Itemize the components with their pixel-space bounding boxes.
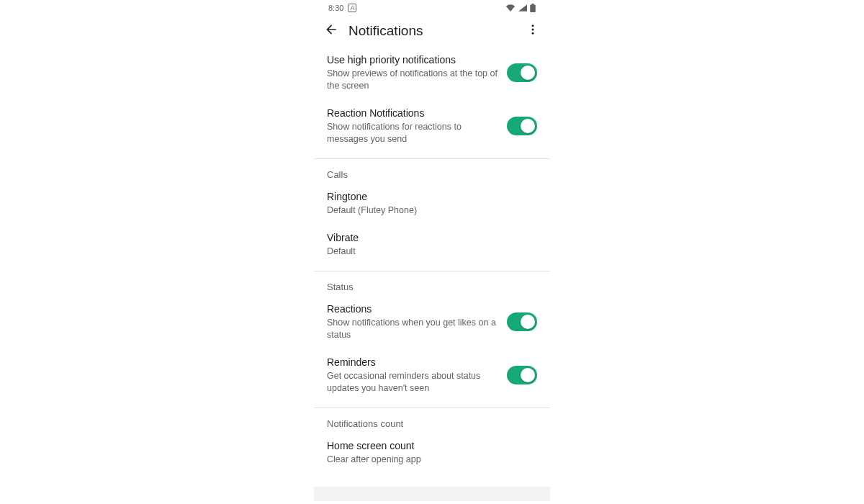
home-screen-count-sub: Clear after opening app xyxy=(327,454,531,466)
status-reminders-row[interactable]: Reminders Get occasional reminders about… xyxy=(314,348,550,402)
home-screen-count-title: Home screen count xyxy=(327,439,531,452)
section-header-calls: Calls xyxy=(314,159,550,183)
svg-point-1 xyxy=(532,29,534,31)
ringtone-row[interactable]: Ringtone Default (Flutey Phone) xyxy=(314,183,550,224)
reaction-notifications-title: Reaction Notifications xyxy=(327,107,501,120)
phone-frame: 8:30 A Notifications xyxy=(314,0,550,497)
settings-list[interactable]: Use high priority notifications Show pre… xyxy=(314,46,550,504)
vibrate-row[interactable]: Vibrate Default xyxy=(314,224,550,265)
status-time: 8:30 xyxy=(328,4,343,12)
high-priority-title: Use high priority notifications xyxy=(327,53,501,66)
svg-point-0 xyxy=(532,24,534,27)
status-reminders-title: Reminders xyxy=(327,356,501,369)
high-priority-row[interactable]: Use high priority notifications Show pre… xyxy=(314,46,550,99)
high-priority-sub: Show previews of notifications at the to… xyxy=(327,68,501,92)
back-button[interactable] xyxy=(320,19,343,42)
status-reactions-row[interactable]: Reactions Show notifications when you ge… xyxy=(314,295,550,348)
status-reactions-toggle[interactable] xyxy=(507,312,537,331)
page-title: Notifications xyxy=(348,23,521,39)
more-options-button[interactable] xyxy=(521,19,544,42)
bottom-overlay xyxy=(314,487,550,501)
status-reminders-sub: Get occasional reminders about status up… xyxy=(327,370,501,395)
reaction-notifications-row[interactable]: Reaction Notifications Show notification… xyxy=(314,99,550,153)
ringtone-title: Ringtone xyxy=(327,190,531,203)
vibrate-sub: Default xyxy=(327,246,531,258)
cell-signal-icon xyxy=(518,4,527,12)
home-screen-count-row[interactable]: Home screen count Clear after opening ap… xyxy=(314,432,550,469)
status-app-badge: A xyxy=(348,4,356,12)
battery-icon xyxy=(530,4,536,12)
status-reminders-toggle[interactable] xyxy=(507,366,537,384)
vibrate-title: Vibrate xyxy=(327,231,531,244)
status-bar: 8:30 A xyxy=(314,0,550,16)
more-vert-icon xyxy=(526,23,539,39)
wifi-icon xyxy=(505,4,516,12)
status-reactions-sub: Show notifications when you get likes on… xyxy=(327,317,501,341)
high-priority-toggle[interactable] xyxy=(507,63,537,82)
svg-point-2 xyxy=(532,32,534,35)
arrow-back-icon xyxy=(324,22,338,40)
section-header-status: Status xyxy=(314,271,550,295)
reaction-notifications-toggle[interactable] xyxy=(507,117,537,135)
section-header-count: Notifications count xyxy=(314,408,550,432)
reaction-notifications-sub: Show notifications for reactions to mess… xyxy=(327,121,501,145)
status-reactions-title: Reactions xyxy=(327,302,501,315)
app-bar: Notifications xyxy=(314,16,550,46)
ringtone-sub: Default (Flutey Phone) xyxy=(327,204,531,217)
